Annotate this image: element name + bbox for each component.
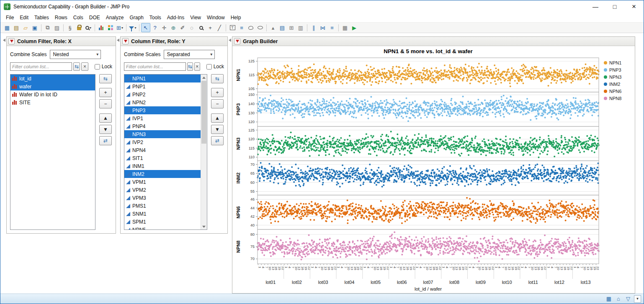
replace-button[interactable]: ⇆ <box>99 74 112 83</box>
column-item-pnp1[interactable]: PNP1 <box>124 82 207 90</box>
column-item-vpm1[interactable]: VPM1 <box>124 178 207 186</box>
combine-scales-select-y[interactable]: Separated <box>164 50 215 59</box>
minimize-button[interactable]: — <box>586 1 605 13</box>
column-list-y[interactable]: NPN1PNP1PNP2NPN2PNP3IVP1PNP4NPN3IVP2NPN4… <box>124 74 207 230</box>
column-item-npn1[interactable]: NPN1 <box>124 75 207 82</box>
column-item-npn2[interactable]: NPN2 <box>124 98 207 106</box>
oval-annotate-icon[interactable] <box>255 23 265 32</box>
filter-clear-button[interactable]: × <box>81 62 88 71</box>
menu-window[interactable]: Window <box>204 14 228 21</box>
pivot-table-icon[interactable]: ⊞ <box>287 23 296 32</box>
join-tables-icon[interactable]: ⋈ <box>318 23 327 32</box>
column-item-pnp4[interactable]: PNP4 <box>124 122 207 130</box>
column-item-snm1[interactable]: SNM1 <box>124 210 207 218</box>
line-annotate-icon[interactable]: ≡ <box>237 23 246 32</box>
remove-button[interactable]: − <box>99 99 112 108</box>
scroll-up-icon[interactable] <box>201 75 207 80</box>
move-up-button[interactable]: ▲ <box>99 113 112 123</box>
arrow-tool-icon[interactable]: ↖ <box>141 23 150 32</box>
menu-rows[interactable]: Rows <box>52 14 70 21</box>
new-window-icon[interactable]: ⊞▾ <box>115 23 124 32</box>
run-script-icon[interactable]: ▶ <box>350 23 359 32</box>
column-item-site[interactable]: SITE <box>10 98 95 106</box>
maximize-button[interactable]: □ <box>605 1 624 13</box>
split-columns-icon[interactable]: ∥ <box>309 23 318 32</box>
filter-clear-button[interactable]: × <box>194 62 200 71</box>
menu-doe[interactable]: DOE <box>86 14 103 21</box>
add-button[interactable]: + <box>211 88 224 97</box>
column-item-pnp3[interactable]: PNP3 <box>124 106 207 114</box>
menu-addins[interactable]: Add-Ins <box>164 14 187 21</box>
red-triangle-menu-button[interactable] <box>8 38 15 44</box>
status-table-icon[interactable]: ▦ <box>605 295 613 303</box>
menu-cols[interactable]: Cols <box>70 14 86 21</box>
lasso-tool-icon[interactable]: ◌ <box>187 23 196 32</box>
column-item-ivp2[interactable]: IVP2 <box>124 138 207 146</box>
menu-file[interactable]: File <box>3 14 17 21</box>
data-filter-icon[interactable]: ▾ <box>128 23 137 32</box>
replace-button[interactable]: ⇆ <box>211 74 224 83</box>
menu-tools[interactable]: Tools <box>147 14 164 21</box>
data-table-icon[interactable]: ▦ <box>340 23 350 32</box>
text-annotate-icon[interactable]: T <box>228 23 237 32</box>
filter-refresh-button[interactable]: ⇆ <box>187 62 193 71</box>
column-item-pnp2[interactable]: PNP2 <box>124 90 207 98</box>
new-data-table-icon[interactable]: ▦ <box>3 23 12 32</box>
column-item-npn3[interactable]: NPN3 <box>124 130 207 138</box>
swap-button[interactable]: ⇄ <box>99 136 112 145</box>
red-triangle-menu-button[interactable] <box>122 38 129 44</box>
column-item-wafer-id-in-lot-id[interactable]: Wafer ID in lot ID <box>10 90 95 98</box>
column-item-vpm3[interactable]: VPM3 <box>124 194 207 202</box>
graph-builder-icon[interactable] <box>106 23 115 32</box>
new-journal-icon[interactable]: ▤ <box>12 23 21 32</box>
marker-icon[interactable]: ▴ <box>268 23 278 32</box>
menu-tables[interactable]: Tables <box>31 14 52 21</box>
grabber-tool-icon[interactable]: ✛ <box>160 23 169 32</box>
column-item-inm1[interactable]: INM1 <box>124 162 207 170</box>
copy-icon[interactable]: ⧉ <box>43 23 52 32</box>
column-item-pms1[interactable]: PMS1 <box>124 202 207 210</box>
annotate-plus-icon[interactable]: + <box>206 23 215 32</box>
remove-button[interactable]: − <box>211 99 224 108</box>
swap-button[interactable]: ⇄ <box>211 136 224 145</box>
paste-icon[interactable]: ▨ <box>52 23 62 32</box>
close-button[interactable]: × <box>624 1 644 13</box>
lock-checkbox-x[interactable] <box>95 64 100 70</box>
menu-graph[interactable]: Graph <box>126 14 146 21</box>
save-icon[interactable]: ▣ <box>30 23 39 32</box>
menu-help[interactable]: Help <box>228 14 244 21</box>
column-item-sit1[interactable]: SIT1 <box>124 154 207 162</box>
scroll-down-icon[interactable] <box>201 224 207 229</box>
filter-column-input-x[interactable] <box>10 62 72 71</box>
magnifier-tool-icon[interactable] <box>196 23 206 32</box>
summary-table-icon[interactable]: ▤ <box>278 23 287 32</box>
stack-tables-icon[interactable]: ≡ <box>327 23 337 32</box>
script-window-icon[interactable]: § <box>65 23 75 32</box>
graph-canvas[interactable]: NPN1 & 5 more vs. lot_id & wafer10511512… <box>232 46 632 291</box>
combine-scales-select-x[interactable]: Nested <box>50 50 101 59</box>
column-item-npn5[interactable]: NPN5 <box>124 226 207 230</box>
move-up-button[interactable]: ▲ <box>211 113 224 123</box>
column-item-ivp1[interactable]: IVP1 <box>124 114 207 122</box>
filter-column-input-y[interactable] <box>124 62 186 71</box>
column-item-lot-id[interactable]: lot_id <box>10 75 95 82</box>
status-dropdown-button[interactable]: ▼ <box>634 295 641 303</box>
help-tool-icon[interactable]: ? <box>150 23 160 32</box>
list-scrollbar[interactable] <box>201 75 207 229</box>
collapse-panel-graph-icon[interactable] <box>229 39 231 42</box>
menu-edit[interactable]: Edit <box>17 14 31 21</box>
menu-analyze[interactable]: Analyze <box>103 14 127 21</box>
window-list-icon[interactable]: ▥ <box>296 23 305 32</box>
move-down-button[interactable]: ▼ <box>99 125 112 134</box>
red-triangle-menu-button[interactable] <box>234 38 240 44</box>
lock-icon[interactable] <box>75 23 84 32</box>
column-item-wafer[interactable]: wafer <box>10 82 95 90</box>
move-down-button[interactable]: ▼ <box>211 125 224 134</box>
distribution-icon[interactable] <box>97 23 106 32</box>
crosshair-tool-icon[interactable]: ⊕ <box>169 23 178 32</box>
status-home-icon[interactable]: ⌂ <box>615 295 622 303</box>
column-item-vpm2[interactable]: VPM2 <box>124 186 207 194</box>
column-item-npn4[interactable]: NPN4 <box>124 146 207 154</box>
zoom-menu-icon[interactable]: ▾ <box>84 23 93 32</box>
polygon-annotate-icon[interactable] <box>246 23 255 32</box>
